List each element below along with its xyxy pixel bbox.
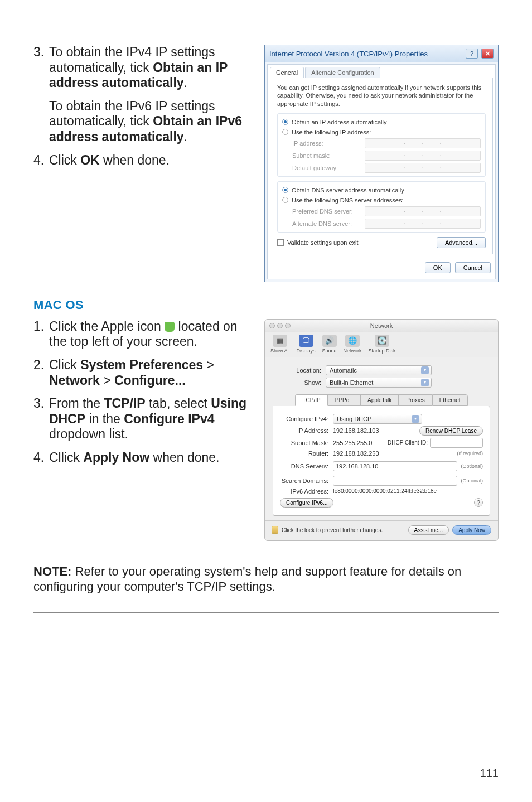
configure-ipv6-button[interactable]: Configure IPv6... (280, 498, 333, 508)
text: when done. (100, 153, 170, 167)
label-subnet-mask: Subnet mask: (292, 152, 365, 159)
label-subnet-mask: Subnet Mask: (280, 439, 333, 446)
text: in the (85, 412, 124, 426)
label-ip-address: IP Address: (280, 427, 333, 434)
toolbar-show-all[interactable]: ▦Show All (270, 335, 290, 354)
step-number: 1. (33, 319, 49, 350)
toolbar-startup-disk[interactable]: 💽Startup Disk (369, 335, 396, 354)
step-text: Click System Preferences > Network > Con… (49, 357, 254, 388)
configure-ipv4-select[interactable]: Using DHCP▾ (333, 414, 422, 424)
label-ip-address: IP address: (292, 140, 365, 147)
show-select[interactable]: Built-in Ethernet▾ (326, 378, 432, 388)
radio-dot-icon (282, 129, 288, 135)
toolbar-displays[interactable]: 🖵Displays (297, 335, 316, 354)
toolbar-sound[interactable]: 🔊Sound (322, 335, 337, 354)
label-show: Show: (273, 379, 326, 386)
ok-button[interactable]: OK (425, 262, 451, 273)
network-icon: 🌐 (345, 335, 360, 347)
toolbar-label: Show All (270, 348, 290, 354)
preferred-dns-input: ••• (365, 206, 481, 216)
help-button[interactable]: ? (466, 49, 478, 59)
select-value: Automatic (330, 367, 357, 374)
apply-now-button[interactable]: Apply Now (452, 525, 491, 535)
tab-proxies[interactable]: Proxies (399, 394, 432, 406)
label-location: Location: (273, 367, 326, 374)
dns-servers-input[interactable]: 192.168.128.10 (333, 461, 457, 471)
radio-use-following-dns[interactable]: Use the following DNS server addresses: (282, 195, 481, 205)
search-domains-input[interactable] (333, 476, 457, 486)
label-dns-servers: DNS Servers: (280, 463, 333, 470)
text: Click the Apple icon (49, 319, 165, 334)
text-bold: Configure IPv4 (124, 412, 214, 426)
tab-alternate-config[interactable]: Alternate Configuration (305, 67, 380, 78)
text-bold: System Preferences (80, 357, 203, 372)
step-number: 4. (33, 153, 49, 168)
note-text: Refer to your operating system's help an… (33, 564, 461, 594)
text-bold: OK (80, 153, 100, 167)
dhcp-client-id-input[interactable] (430, 438, 483, 448)
assist-me-button[interactable]: Assist me... (408, 525, 449, 535)
radio-label: Use the following DNS server addresses: (292, 197, 404, 204)
radio-obtain-ip-auto[interactable]: Obtain an IP address automatically (282, 117, 481, 127)
step-text: Click the Apple icon located on the top … (49, 319, 254, 350)
tab-pppoe[interactable]: PPPoE (328, 394, 360, 406)
location-select[interactable]: Automatic▾ (326, 365, 432, 375)
radio-dot-icon (282, 187, 288, 193)
page-number: 111 (480, 767, 499, 780)
advanced-button[interactable]: Advanced... (437, 237, 486, 248)
toolbar-label: Startup Disk (369, 348, 396, 354)
tab-general[interactable]: General (270, 67, 304, 78)
dialog-titlebar: Internet Protocol Version 4 (TCP/IPv4) P… (265, 45, 498, 62)
step-subtext: To obtain the IPv6 IP settings automatic… (49, 99, 254, 145)
step-number: 3. (33, 396, 49, 442)
text: From the (49, 396, 104, 410)
text-bold: Configure... (114, 373, 186, 388)
default-gateway-input: ••• (365, 163, 481, 173)
sound-icon: 🔊 (322, 335, 337, 347)
subnet-mask-input: ••• (365, 151, 481, 161)
close-button[interactable]: ✕ (481, 49, 494, 59)
window-title: Network (265, 322, 498, 329)
lock-icon[interactable] (272, 526, 278, 534)
value-ip-address: 192.168.182.103 (333, 427, 419, 434)
text: > (100, 373, 114, 388)
tab-ethernet[interactable]: Ethernet (432, 394, 468, 406)
text: Click (49, 357, 80, 372)
tab-tcpip[interactable]: TCP/IP (295, 394, 327, 406)
help-button[interactable]: ? (474, 498, 483, 507)
alternate-dns-input: ••• (365, 219, 481, 229)
radio-use-following-ip[interactable]: Use the following IP address: (282, 127, 481, 137)
text-bold: Network (49, 373, 100, 388)
divider (33, 559, 499, 559)
checkbox-validate-on-exit[interactable] (277, 239, 284, 246)
radio-obtain-dns-auto[interactable]: Obtain DNS server address automatically (282, 185, 481, 195)
note-block: NOTE: Refer to your operating system's h… (33, 564, 499, 595)
mac-toolbar: ▦Show All 🖵Displays 🔊Sound 🌐Network 💽Sta… (265, 332, 498, 357)
radio-label: Obtain DNS server address automatically (292, 187, 404, 194)
dialog-description: You can get IP settings assigned automat… (277, 84, 486, 108)
note-optional: (Optional) (461, 478, 483, 484)
value-router: 192.168.182.250 (333, 450, 457, 457)
text: when done. (149, 450, 219, 465)
apple-icon (165, 322, 175, 332)
label-router: Router: (280, 450, 333, 457)
divider (33, 612, 499, 613)
toolbar-label: Displays (297, 348, 316, 354)
label-search-domains: Search Domains: (280, 477, 333, 484)
cancel-button[interactable]: Cancel (455, 262, 491, 273)
text: dropdown list. (49, 427, 128, 441)
mac-os-heading: MAC OS (33, 298, 499, 312)
mac-titlebar: Network (265, 320, 498, 332)
lock-text: Click the lock to prevent further change… (282, 527, 383, 533)
ipv4-properties-dialog: Internet Protocol Version 4 (TCP/IPv4) P… (264, 45, 499, 282)
text: tab, select (146, 396, 211, 410)
renew-dhcp-lease-button[interactable]: Renew DHCP Lease (419, 426, 483, 436)
tab-appletalk[interactable]: AppleTalk (360, 394, 399, 406)
toolbar-network[interactable]: 🌐Network (344, 335, 362, 354)
select-value: Using DHCP (337, 416, 371, 422)
label-dhcp-client-id: DHCP Client ID: (388, 439, 428, 446)
caret-icon: ▾ (412, 415, 419, 423)
checkbox-label: Validate settings upon exit (287, 239, 359, 246)
toolbar-label: Sound (322, 348, 337, 354)
dialog-title: Internet Protocol Version 4 (TCP/IPv4) P… (269, 50, 462, 58)
